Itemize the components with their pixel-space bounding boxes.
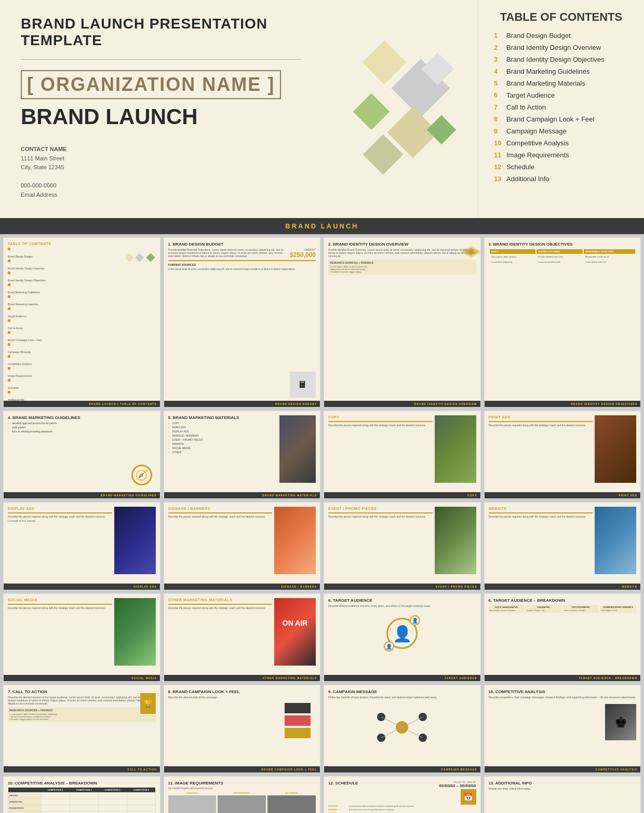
slide-schedule-right: PROJECTED TIMELINE 00/00/00 – 00/00/00 📅 [439,781,476,805]
slide-social-left: SOCIAL MEDIA Describe the pieces require… [8,598,112,677]
comp-row2-label: STRENGTHS [8,799,42,805]
slide-copy-desc: Describe the pieces required along with … [328,424,433,427]
slide-look-feel-desc: Describe the desired style of the campai… [168,696,316,699]
slide-identity-overview-desc: Provide detailed Brand Summary. Lorem ip… [328,248,476,258]
diamond-7 [427,115,457,145]
slide-campaign-msg: 9. CAMPAIGN MESSAGE Define key benefits … [324,685,481,773]
goals-r1c3: Measurable results nisi ut [584,255,635,259]
slide-nature-image [435,507,476,574]
slide-img-req-note: List needed imagery and projected source… [168,787,316,790]
slide-cta-desc: Describe the desired reaction of the tar… [8,696,156,705]
slide-competitive-num: 10. COMPETITIVE ANALYSIS [489,689,637,694]
toc-mini-dot [8,307,10,310]
audience-col-3-title: PSYCHOGRAPHIC [564,606,598,608]
material-other: OTHER [168,451,278,454]
guideline-3: links to existing branding standards [8,430,156,433]
slide-research-section: RESEARCH SOURCES + FINDINGS • Lorem ipsu… [328,260,476,275]
slide-additional-desc: Include any other critical information. [489,787,637,790]
slide-schedule-dates: 00/00/00 – 00/00/00 [439,783,476,788]
slide-cta-footer: CALL TO ACTION [4,766,160,773]
slide-look-feel-num: 8. BRAND CAMPAIGN LOOK + FEEL [168,689,316,694]
comp-row3-c3 [98,805,127,811]
slide-eye-icon [461,246,476,261]
toc-mini-dot [8,391,10,394]
slide-printads-desc: Describe the pieces required along with … [489,424,593,427]
comp-row4-c2 [70,811,98,814]
audience-col-1: SOCIO DEMOGRAPHIC Age, Gender, Income, E… [489,605,525,613]
slide-displayads-image [114,507,156,586]
toc-text: Brand Campaign Look + Feel [506,115,594,123]
comp-row1-c3 [98,793,127,799]
slide-social-desc: Describe the pieces required along with … [8,606,112,609]
contact-address1: 1111 Main Street [21,154,301,164]
toc-mini-dot [8,319,10,322]
slide-look-feel-footer: BRAND CAMPAIGN LOOK + FEEL [164,766,320,773]
toc-num: 1 [494,32,506,39]
swatch-dark [285,703,311,713]
swatch-red [285,715,311,726]
slide-identity-overview: 2. BRAND IDENTITY DESIGN OVERVIEW Provid… [324,237,481,408]
goals-r2c2: Lorem ipsum dolor amet [536,260,583,264]
hero-left: BRAND LAUNCH PRESENTATION TEMPLATE [ ORG… [0,0,322,218]
slide-budget-icon: 🖩 [290,372,316,398]
slide-toc-item-text: Brand Design Budget [8,255,33,258]
audience-col-1-text: Age, Gender, Income, Education [490,609,524,612]
slide-toc-item-text: Brand Campaign Look + Feel [8,338,42,342]
slide-books-image [595,415,636,483]
schedule-desc: Lorem ipsum dolor sit amet consectetur a… [349,805,476,807]
hero-title: BRAND LAUNCH PRESENTATION TEMPLATE [21,16,301,49]
img-req-col-graphics: GRAPHICS Lorem ipsum dolor [168,792,217,813]
contact-address2: City, State 12345 [21,163,301,172]
slide-toc-item: Schedule [8,379,156,391]
slide-copy-left: COPY Describe the pieces required along … [328,415,433,494]
slide-target-breakdown-num: 6. TARGET AUDIENCE – BREAKDOWN [489,598,637,603]
slide-toc-item: Brand Identity Design Objectives [8,272,156,283]
contact-email: Email Address [21,191,301,200]
slide-guidelines-list: detailed approval process for all pieces… [8,422,156,433]
slide-research-title: RESEARCH SOURCES + FINDINGS [330,261,475,264]
comp-row3-c2 [70,805,98,811]
slide-funding-title: FUNDING SOURCES [168,263,316,266]
toc-num: 8 [494,115,506,123]
slide-goals-table: GOALS DESIRED OUTCOMES MEASURABLE OBJECT… [489,248,637,265]
comp-row4-c1 [41,811,70,814]
hero-contact: CONTACT NAME 1111 Main Street City, Stat… [21,145,301,200]
slide-pencils-image [435,415,476,483]
slide-comp-breakdown: 10. COMPETITIVE ANALYSIS – BREAKDOWN COM… [3,776,160,813]
goals-r2c1: Consectetur adipiscing [490,260,535,264]
slide-website-desc: Describe the pieces required along with … [489,515,593,518]
slide-displayads-footer: DISPLAY ADS [4,584,160,590]
slide-cta-icon: 🏆 [140,693,156,714]
slide-food-image [114,598,156,666]
slide-target-breakdown: 6. TARGET AUDIENCE – BREAKDOWN SOCIO DEM… [484,593,641,682]
toc-mini-dot [8,295,10,298]
slide-lights-image [114,507,156,574]
guideline-1: detailed approval process for all pieces [8,422,156,425]
material-printads: PRINT ADS [168,426,278,429]
toc-num: 2 [494,44,506,51]
slide-signage-footer: SIGNAGE / BANNERS [164,584,320,590]
toc-num: 11 [494,151,506,159]
img-req-col-multimedia: MULTIMEDIA Lorem ipsum dolor [267,792,316,813]
toc-mini-dot [8,331,10,334]
slide-toc-items: Brand Design BudgetBrand Identity Design… [8,248,156,403]
toc-item-13: 13Additional Info [494,175,628,183]
material-signage: SIGNAGE / BANNERS [168,434,278,437]
toc-item-5: 5Brand Marketing Materials [494,79,628,87]
slide-materials: 5. BRAND MARKETING MATERIALS COPY PRINT … [164,411,321,499]
toc-mini-dot [8,260,10,262]
slide-funding-text: Lorem ipsum dolor sit amet, consectetur … [168,268,316,270]
goals-col3: MEASURABLE OBJECTIVES [584,249,635,254]
slide-competitive-desc: Describe competitors, their campaign mes… [489,696,637,699]
toc-mini-dot [8,355,10,358]
slide-chess-icon: ♚ [489,704,637,740]
slide-identity-overview-footer: BRAND IDENTITY DESIGN OVERVIEW [324,401,480,407]
slide-cta: 7. CALL TO ACTION Describe the desired r… [3,685,160,773]
slide-look-feel: 8. BRAND CAMPAIGN LOOK + FEEL Describe t… [164,685,321,773]
slide-toc-item-text: Brand Identity Design Objectives [8,279,46,282]
toc-mini-diamonds [125,253,155,264]
guideline-2: style guides [8,426,156,429]
slide-img-req-num: 11. IMAGE REQUIREMENTS [168,781,316,785]
toc-num: 10 [494,139,506,147]
mini-diamond-2 [136,253,144,262]
